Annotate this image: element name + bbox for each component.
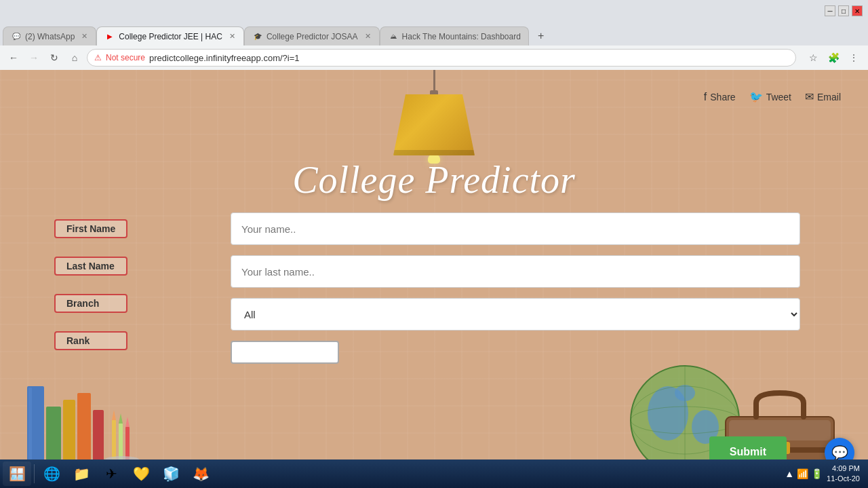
email-label: Email: [817, 92, 841, 102]
tab-label: (2) WhatsApp: [25, 32, 75, 41]
clock-date: 11-Oct-20: [827, 474, 860, 484]
extensions-button[interactable]: 🧩: [825, 49, 842, 67]
tab-hack-the-mountains[interactable]: ⛰ Hack The Mountains: Dashboard ✕: [380, 26, 529, 45]
tab-label: Hack The Mountains: Dashboard: [402, 32, 521, 41]
browser-actions: ☆ 🧩 ⋮: [804, 49, 863, 67]
tab-label: College Predictor JOSAA: [267, 32, 358, 41]
close-button[interactable]: ✕: [852, 5, 863, 16]
window-controls[interactable]: ─ □ ✕: [825, 5, 863, 16]
page-title: College Predictor: [292, 158, 576, 202]
tab-favicon: ▶: [105, 32, 115, 41]
tab-label: College Predictor JEE | HAC: [119, 32, 222, 41]
tab-close-icon[interactable]: ✕: [229, 32, 235, 41]
tweet-label: Tweet: [766, 92, 791, 102]
taskbar-chrome[interactable]: 🌐: [37, 462, 66, 486]
social-share-bar: f Share 🐦 Tweet ✉ Email: [704, 90, 841, 103]
browser-chrome: ─ □ ✕ 💬 (2) WhatsApp ✕ ▶ College Predict…: [0, 0, 868, 70]
taskbar-telegram[interactable]: ✈: [97, 462, 125, 486]
share-button[interactable]: f Share: [704, 91, 736, 103]
taskbar-firefox[interactable]: 🦊: [186, 462, 215, 486]
tab-close-icon[interactable]: ✕: [528, 32, 529, 41]
twitter-icon: 🐦: [749, 90, 763, 103]
first-name-label: First Name: [54, 219, 127, 238]
tweet-button[interactable]: 🐦 Tweet: [749, 90, 791, 103]
rank-input[interactable]: xxxx: [231, 341, 339, 364]
maximize-button[interactable]: □: [838, 5, 849, 16]
tray-arrow-icon[interactable]: ▲: [785, 468, 794, 479]
taskbar-xampp[interactable]: 🧊: [157, 462, 185, 486]
tab-close-icon[interactable]: ✕: [81, 32, 87, 41]
minimize-button[interactable]: ─: [825, 5, 835, 16]
email-button[interactable]: ✉ Email: [805, 90, 841, 103]
url-text: predictcollege.infinityfreeapp.com/?i=1: [149, 53, 300, 63]
taskbar-right: ▲ 📶 🔋 4:09 PM 11-Oct-20: [785, 464, 865, 485]
address-bar: ← → ↻ ⌂ ⚠ Not secure predictcollege.infi…: [0, 45, 868, 70]
taskbar-clock: 4:09 PM 11-Oct-20: [827, 464, 860, 485]
first-name-input[interactable]: [231, 212, 800, 245]
tray-battery-icon[interactable]: 🔋: [811, 468, 823, 479]
security-icon: ⚠: [94, 53, 102, 62]
lamp-shade: [393, 94, 475, 155]
start-button[interactable]: 🪟: [3, 462, 31, 486]
facebook-icon: f: [704, 91, 707, 103]
form-container: All Computer Science Electrical Mechanic…: [231, 212, 800, 364]
svg-marker-7: [112, 410, 116, 420]
tab-whatsapp[interactable]: 💬 (2) WhatsApp ✕: [3, 26, 96, 45]
system-tray-icons: ▲ 📶 🔋: [785, 468, 823, 479]
clock-time: 4:09 PM: [827, 464, 860, 474]
email-icon: ✉: [805, 90, 814, 103]
title-bar: ─ □ ✕: [0, 0, 868, 22]
reload-button[interactable]: ↻: [46, 50, 62, 66]
svg-marker-9: [119, 413, 123, 424]
home-button[interactable]: ⌂: [66, 50, 83, 66]
tab-college-predictor-josaa[interactable]: 🎓 College Predictor JOSAA ✕: [244, 26, 380, 45]
last-name-label: Last Name: [54, 257, 127, 276]
tray-network-icon[interactable]: 📶: [797, 468, 808, 479]
page-content: f Share 🐦 Tweet ✉ Email College Predicto…: [0, 70, 868, 488]
tab-college-predictor-jee[interactable]: ▶ College Predictor JEE | HAC ✕: [96, 26, 244, 45]
taskbar-notes[interactable]: 💛: [127, 462, 155, 486]
lamp-illustration: [393, 70, 475, 164]
security-label: Not secure: [106, 53, 145, 62]
rank-label: Rank: [54, 331, 127, 350]
taskbar: 🪟 🌐 📁 ✈ 💛 🧊 🦊 ▲ 📶 🔋 4:09 PM 11-Oct-20: [0, 459, 868, 488]
tab-favicon: 💬: [12, 32, 21, 41]
svg-marker-11: [125, 417, 130, 427]
lamp-cord: [433, 70, 435, 90]
taskbar-separator: [34, 464, 35, 483]
tab-favicon: ⛰: [389, 32, 398, 41]
branch-select[interactable]: All Computer Science Electrical Mechanic…: [231, 298, 800, 331]
back-button[interactable]: ←: [5, 50, 22, 66]
settings-button[interactable]: ⋮: [845, 49, 863, 67]
tab-favicon: 🎓: [253, 32, 262, 41]
bookmark-button[interactable]: ☆: [804, 49, 822, 67]
forward-button[interactable]: →: [26, 50, 42, 66]
new-tab-button[interactable]: +: [532, 26, 551, 45]
taskbar-files[interactable]: 📁: [67, 462, 96, 486]
last-name-input[interactable]: [231, 255, 800, 288]
chat-icon: 💬: [831, 445, 848, 461]
branch-label: Branch: [54, 294, 127, 313]
url-bar[interactable]: ⚠ Not secure predictcollege.infinityfree…: [87, 49, 796, 67]
field-labels: First Name Last Name Branch Rank: [54, 219, 127, 350]
tab-close-icon[interactable]: ✕: [365, 32, 371, 41]
tabs-bar: 💬 (2) WhatsApp ✕ ▶ College Predictor JEE…: [0, 22, 868, 45]
share-label: Share: [710, 92, 735, 102]
